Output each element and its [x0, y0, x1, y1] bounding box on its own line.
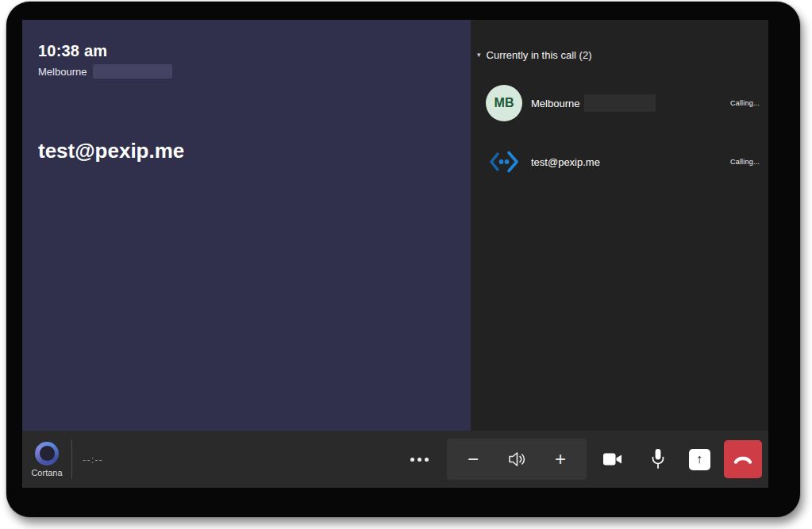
participant-status: Calling... — [730, 158, 760, 166]
more-options-button[interactable] — [407, 451, 432, 468]
more-icon — [410, 458, 414, 462]
cortana-label: Cortana — [31, 468, 62, 477]
volume-up-button[interactable]: + — [547, 450, 574, 469]
room-name-label: Melbourne — [38, 66, 87, 78]
room-name-row: Melbourne — [38, 64, 471, 79]
call-timer: --:-- — [83, 454, 103, 466]
clock-time: 10:38 am — [38, 42, 471, 60]
participant-name: test@pexip.me — [531, 156, 600, 168]
participant-row-pexip[interactable]: test@pexip.me Calling... — [486, 144, 760, 180]
camera-icon — [602, 450, 624, 468]
camera-button[interactable] — [595, 442, 630, 477]
dialed-address-label: test@pexip.me — [38, 139, 471, 163]
cortana-icon — [35, 442, 59, 466]
participant-status: Calling... — [730, 99, 760, 107]
cortana-button[interactable]: Cortana — [27, 442, 67, 477]
share-button[interactable]: ↑ — [682, 442, 717, 477]
roster-panel: ▾ Currently in this call (2) MB Melbourn… — [471, 20, 768, 431]
control-bar: Cortana --:-- − + — [22, 431, 768, 488]
avatar-initials: MB — [486, 85, 522, 121]
teams-rooms-console: 10:38 am Melbourne test@pexip.me ▾ Curre… — [0, 0, 812, 529]
main-area: 10:38 am Melbourne test@pexip.me ▾ Curre… — [22, 20, 768, 431]
volume-group: − + — [447, 439, 587, 480]
hang-up-button[interactable] — [724, 440, 762, 478]
roster-title: Currently in this call (2) — [487, 49, 592, 61]
microphone-icon — [648, 447, 668, 471]
speaker-icon — [506, 449, 528, 470]
collapse-triangle-icon: ▾ — [477, 52, 481, 59]
hang-up-icon — [731, 450, 755, 469]
volume-down-button[interactable]: − — [460, 450, 487, 469]
redacted-room-name — [93, 64, 172, 79]
redacted-participant-name — [584, 94, 656, 112]
participant-name: Melbourne — [531, 98, 579, 109]
pexip-logo-icon — [486, 144, 522, 180]
app-screen: 10:38 am Melbourne test@pexip.me ▾ Curre… — [22, 20, 768, 488]
speaker-button[interactable] — [506, 449, 528, 470]
share-icon: ↑ — [689, 449, 710, 470]
roster-header[interactable]: ▾ Currently in this call (2) — [475, 49, 768, 61]
bar-divider — [71, 439, 72, 479]
participant-row-melbourne[interactable]: MB Melbourne Calling... — [486, 85, 760, 121]
call-stage-panel: 10:38 am Melbourne test@pexip.me — [22, 20, 471, 431]
microphone-button[interactable] — [641, 442, 675, 477]
